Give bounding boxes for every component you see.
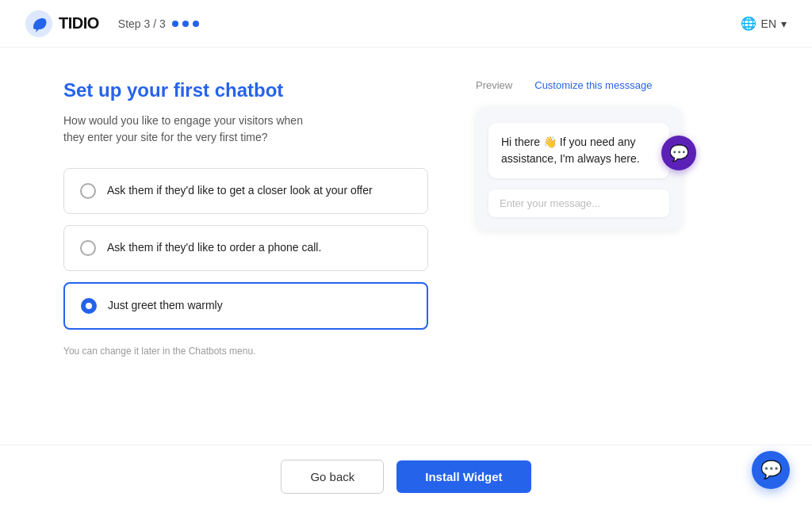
main-content: Set up your first chatbot How would you … <box>0 48 812 445</box>
chat-widget-button[interactable]: 💬 <box>661 136 696 170</box>
radio-inner-3 <box>86 303 92 309</box>
floating-chat-icon: 💬 <box>760 460 782 480</box>
hint-text: You can change it later in the Chatbots … <box>63 346 428 357</box>
preview-header: Preview Customize this messsage <box>476 79 749 91</box>
step-dots <box>172 21 199 27</box>
option-label-1: Ask them if they'd like to get a closer … <box>107 183 373 199</box>
chat-input-area[interactable]: Enter your message... <box>488 189 669 217</box>
page-title: Set up your first chatbot <box>63 79 428 101</box>
option-card-3[interactable]: Just greet them warmly <box>63 282 428 330</box>
floating-chat-button[interactable]: 💬 <box>752 451 790 489</box>
step-info: Step 3 / 3 <box>118 17 199 30</box>
option-label-3: Just greet them warmly <box>108 298 223 314</box>
logo-text: TIDIO <box>59 14 99 32</box>
option-card-2[interactable]: Ask them if they'd like to order a phone… <box>63 225 428 271</box>
globe-icon: 🌐 <box>741 16 756 31</box>
option-label-2: Ask them if they'd like to order a phone… <box>107 240 321 256</box>
logo: TIDIO <box>25 10 99 37</box>
footer: Go back Install Widget <box>0 445 812 508</box>
install-widget-button[interactable]: Install Widget <box>396 460 530 493</box>
chat-bubble: Hi there 👋 If you need any assistance, I… <box>488 123 669 178</box>
page-subtitle: How would you like to engage your visito… <box>63 113 317 146</box>
header-left: TIDIO Step 3 / 3 <box>25 10 199 37</box>
language-selector[interactable]: 🌐 EN ▾ <box>741 16 787 31</box>
left-panel: Set up your first chatbot How would you … <box>63 79 428 421</box>
chat-widget-icon: 💬 <box>669 145 689 161</box>
options-list: Ask them if they'd like to get a closer … <box>63 168 428 330</box>
chat-preview: Hi there 👋 If you need any assistance, I… <box>476 107 682 230</box>
customize-link[interactable]: Customize this messsage <box>534 79 652 91</box>
step-label: Step 3 / 3 <box>118 17 166 30</box>
step-dot-3 <box>193 21 199 27</box>
right-panel: Preview Customize this messsage Hi there… <box>476 79 749 421</box>
header: TIDIO Step 3 / 3 🌐 EN ▾ <box>0 0 812 48</box>
radio-3 <box>81 298 97 314</box>
chevron-down-icon: ▾ <box>781 17 787 30</box>
step-dot-2 <box>182 21 189 27</box>
go-back-button[interactable]: Go back <box>281 460 384 494</box>
option-card-1[interactable]: Ask them if they'd like to get a closer … <box>63 168 428 214</box>
language-label: EN <box>761 17 776 30</box>
logo-icon <box>25 10 52 37</box>
radio-2 <box>80 240 96 256</box>
radio-1 <box>80 183 96 199</box>
preview-label: Preview <box>476 79 512 91</box>
step-dot-1 <box>172 21 178 27</box>
